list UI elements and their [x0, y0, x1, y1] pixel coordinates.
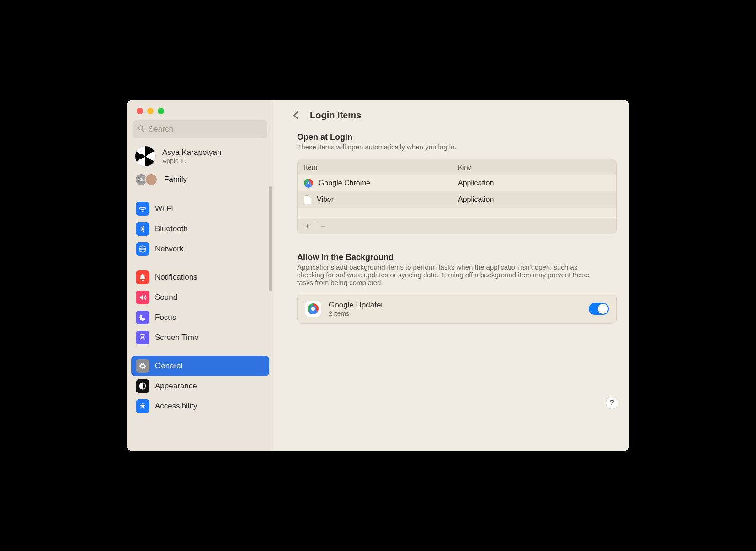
account-name: Asya Karapetyan [162, 148, 221, 157]
help-button[interactable]: ? [606, 397, 618, 409]
divider [315, 222, 315, 230]
sidebar-item-accessibility[interactable]: Accessibility [131, 396, 269, 416]
chrome-icon [304, 179, 313, 188]
sidebar-item-screentime[interactable]: Screen Time [131, 328, 269, 348]
row-name: Google Chrome [319, 179, 370, 187]
table-header: Item Kind [298, 159, 616, 175]
search-field[interactable] [133, 120, 267, 138]
sidebar-item-label: Sound [155, 293, 177, 302]
chrome-icon [308, 303, 319, 314]
minimize-window-button[interactable] [147, 108, 154, 114]
sidebar-item-label: Accessibility [155, 402, 197, 411]
search-input[interactable] [149, 125, 263, 134]
sidebar-item-label: Appearance [155, 381, 197, 391]
sidebar-item-label: Network [155, 244, 183, 254]
sidebar-item-label: Wi-Fi [155, 204, 173, 213]
app-icon-wrapper [305, 301, 321, 317]
bg-item-name: Google Updater [329, 301, 589, 310]
open-at-login-heading: Open at Login [297, 132, 617, 142]
sidebar-item-sound[interactable]: Sound [131, 287, 269, 307]
accessibility-icon [136, 399, 149, 413]
add-item-button[interactable]: + [302, 221, 312, 231]
close-window-button[interactable] [137, 108, 143, 114]
background-heading: Allow in the Background [297, 253, 617, 262]
appearance-icon [136, 379, 149, 393]
family-label: Family [164, 175, 187, 184]
bg-item-count: 2 items [329, 310, 589, 317]
page-title: Login Items [310, 110, 361, 121]
account-sub: Apple ID [162, 157, 221, 164]
sidebar-item-general[interactable]: General [131, 356, 269, 376]
sidebar-item-focus[interactable]: Focus [131, 307, 269, 328]
family-avatars: SM [135, 173, 158, 186]
apple-id-entry[interactable]: Asya Karapetyan Apple ID [131, 143, 269, 170]
window-controls [127, 100, 274, 114]
network-icon [136, 242, 149, 256]
sidebar-item-network[interactable]: Network [131, 239, 269, 259]
svg-point-1 [142, 403, 144, 404]
bell-icon [136, 270, 149, 284]
search-icon [138, 125, 145, 134]
toggle-switch[interactable] [589, 303, 609, 315]
table-row[interactable]: Google Chrome Application [298, 175, 616, 191]
col-kind[interactable]: Kind [452, 159, 616, 175]
sidebar-item-bluetooth[interactable]: Bluetooth [131, 219, 269, 239]
remove-item-button[interactable]: − [318, 221, 328, 231]
speaker-icon [136, 291, 149, 304]
sidebar-item-notifications[interactable]: Notifications [131, 267, 269, 287]
table-empty-row [298, 208, 616, 218]
sidebar-item-appearance[interactable]: Appearance [131, 376, 269, 396]
sidebar-item-label: Screen Time [155, 333, 198, 342]
background-sub: Applications add background items to per… [297, 263, 599, 286]
wifi-icon [136, 202, 149, 216]
chevron-left-icon [293, 110, 299, 120]
help-icon: ? [610, 398, 614, 408]
col-item[interactable]: Item [298, 159, 452, 175]
background-list: Google Updater 2 items [297, 294, 617, 324]
sidebar-item-wifi[interactable]: Wi-Fi [131, 199, 269, 219]
login-items-table: Item Kind Google Chrome Application [297, 159, 617, 234]
moon-icon [136, 311, 149, 324]
sidebar-scrollbar[interactable] [269, 186, 272, 291]
sidebar-item-label: Bluetooth [155, 224, 188, 233]
maximize-window-button[interactable] [158, 108, 164, 114]
family-entry[interactable]: SM Family [131, 170, 269, 191]
sidebar-item-label: Notifications [155, 273, 197, 282]
back-button[interactable] [291, 110, 302, 121]
row-kind: Application [452, 192, 616, 207]
background-item[interactable]: Google Updater 2 items [298, 294, 616, 323]
hourglass-icon [136, 331, 149, 344]
avatar [135, 146, 156, 167]
bluetooth-icon [136, 222, 149, 236]
sidebar-item-label: Focus [155, 313, 176, 322]
row-kind: Application [452, 175, 616, 191]
table-row[interactable]: Viber Application [298, 191, 616, 208]
sidebar-item-label: General [155, 361, 182, 371]
gear-icon [136, 359, 149, 373]
sidebar: Asya Karapetyan Apple ID SM Family Wi-Fi… [127, 100, 274, 451]
row-name: Viber [317, 196, 334, 204]
main-pane: Login Items Open at Login These items wi… [274, 100, 629, 451]
settings-window: Asya Karapetyan Apple ID SM Family Wi-Fi… [127, 100, 629, 451]
open-at-login-sub: These items will open automatically when… [297, 143, 617, 151]
document-icon [304, 195, 311, 204]
